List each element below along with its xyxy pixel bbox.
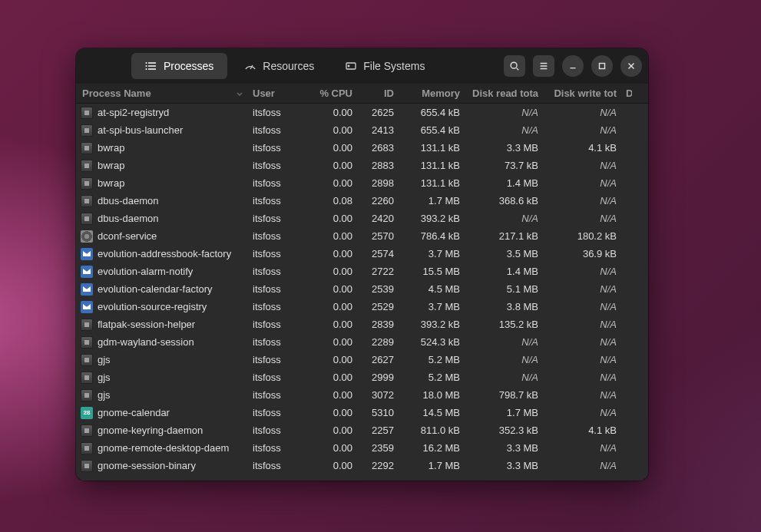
search-button[interactable] [504, 55, 525, 77]
user-cell: itsfoss [248, 336, 303, 348]
table-row[interactable]: gnome-session-binaryitsfoss0.0022921.7 M… [76, 457, 648, 474]
table-row[interactable]: gjsitsfoss0.0029995.2 MBN/AN/A [76, 368, 648, 386]
system-monitor-window: Processes Resources File Systems [76, 48, 648, 481]
cpu-cell: 0.00 [303, 389, 357, 401]
memory-cell: 655.4 kB [399, 107, 465, 118]
id-cell: 2529 [357, 301, 399, 312]
disk-read-cell: 5.1 MB [465, 283, 543, 295]
user-cell: itsfoss [248, 107, 303, 118]
table-row[interactable]: gjsitsfoss0.0026275.2 MBN/AN/A [76, 351, 648, 368]
disk-read-cell: 73.7 kB [465, 160, 543, 171]
menu-button[interactable] [533, 55, 554, 77]
table-row[interactable]: gnome-remote-desktop-daemitsfoss0.002359… [76, 439, 648, 457]
minimize-button[interactable] [562, 55, 584, 77]
table-row[interactable]: dbus-daemonitsfoss0.002420393.2 kBN/AN/A [76, 210, 648, 227]
cpu-cell: 0.00 [303, 425, 357, 436]
table-row[interactable]: bwrapitsfoss0.002898131.1 kB1.4 MBN/A [76, 174, 648, 192]
process-name-cell: at-spi2-registryd [78, 107, 248, 119]
cpu-cell: 0.00 [303, 160, 357, 171]
disk-write-cell: N/A [543, 266, 621, 277]
cpu-cell: 0.08 [303, 195, 357, 207]
svg-point-5 [146, 68, 147, 70]
user-cell: itsfoss [248, 230, 303, 242]
table-row[interactable]: at-spi2-registryditsfoss0.002625655.4 kB… [76, 104, 648, 121]
cpu-cell: 0.00 [303, 213, 357, 224]
id-cell: 2420 [357, 213, 399, 224]
table-row[interactable]: dbus-daemonitsfoss0.0822601.7 MB368.6 kB… [76, 192, 648, 210]
disk-read-cell: 3.3 MB [465, 142, 543, 154]
col-cpu[interactable]: % CPU [303, 88, 357, 99]
table-row[interactable]: evolution-alarm-notifyitsfoss0.00272215.… [76, 263, 648, 280]
generic-icon [81, 372, 93, 384]
id-cell: 5310 [357, 407, 399, 418]
tab-filesystems[interactable]: File Systems [331, 53, 438, 79]
user-cell: itsfoss [248, 389, 303, 401]
user-cell: itsfoss [248, 248, 303, 259]
process-name-cell: evolution-alarm-notify [78, 266, 248, 278]
col-memory[interactable]: Memory [399, 88, 465, 99]
table-row[interactable]: bwrapitsfoss0.002683131.1 kB3.3 MB4.1 kB [76, 139, 648, 157]
tab-resources[interactable]: Resources [230, 53, 328, 79]
cpu-cell: 0.00 [303, 283, 357, 295]
user-cell: itsfoss [248, 213, 303, 224]
memory-cell: 4.5 MB [399, 283, 465, 295]
table-row[interactable]: evolution-source-registryitsfoss0.002529… [76, 298, 648, 316]
process-name-cell: gjs [78, 372, 248, 384]
table-row[interactable]: gdm-wayland-sessionitsfoss0.002289524.3 … [76, 333, 648, 351]
process-name-cell: dbus-daemon [78, 195, 248, 207]
mail-icon [81, 301, 93, 313]
column-headers: Process Name User % CPU ID Memory Disk r… [76, 84, 648, 104]
table-row[interactable]: gnome-keyring-daemonitsfoss0.002257811.0… [76, 421, 648, 439]
col-disk-read[interactable]: Disk read tota [465, 88, 543, 99]
generic-icon [81, 177, 93, 190]
table-row[interactable]: evolution-addressbook-factoryitsfoss0.00… [76, 245, 648, 263]
disk-write-cell: N/A [543, 336, 621, 348]
table-row[interactable]: gjsitsfoss0.00307218.0 MB798.7 kBN/A [76, 386, 648, 404]
mail-icon [81, 248, 93, 260]
disk-read-cell: N/A [465, 372, 543, 383]
id-cell: 2627 [357, 354, 399, 365]
process-name-cell: dconf-service [78, 230, 248, 243]
id-cell: 2289 [357, 336, 399, 348]
memory-cell: 524.3 kB [399, 336, 465, 348]
process-list[interactable]: at-spi2-registryditsfoss0.002625655.4 kB… [76, 104, 648, 481]
svg-rect-15 [600, 64, 605, 69]
table-row[interactable]: dconf-serviceitsfoss0.002570786.4 kB217.… [76, 227, 648, 245]
table-row[interactable]: bwrapitsfoss0.002883131.1 kB73.7 kBN/A [76, 157, 648, 174]
generic-icon [81, 460, 93, 472]
disk-read-cell: 1.4 MB [465, 266, 543, 277]
cpu-cell: 0.00 [303, 248, 357, 259]
disk-write-cell: N/A [543, 301, 621, 312]
process-name-cell: gnome-session-binary [78, 460, 248, 472]
mail-icon [81, 283, 93, 296]
id-cell: 2359 [357, 442, 399, 454]
table-row[interactable]: evolution-calendar-factoryitsfoss0.00253… [76, 280, 648, 298]
disk-write-cell: 4.1 kB [543, 425, 621, 436]
tab-processes[interactable]: Processes [131, 53, 227, 79]
process-name-cell: evolution-source-registry [78, 301, 248, 313]
close-button[interactable] [620, 55, 642, 77]
maximize-button[interactable] [591, 55, 613, 77]
col-user[interactable]: User [248, 88, 303, 99]
user-cell: itsfoss [248, 460, 303, 471]
cal-icon: 28 [81, 407, 93, 419]
memory-cell: 16.2 MB [399, 442, 465, 454]
table-row[interactable]: flatpak-session-helperitsfoss0.002839393… [76, 316, 648, 333]
id-cell: 2722 [357, 266, 399, 277]
memory-cell: 5.2 MB [399, 372, 465, 383]
table-row[interactable]: at-spi-bus-launcheritsfoss0.002413655.4 … [76, 121, 648, 139]
minimize-icon [567, 61, 578, 71]
memory-cell: 131.1 kB [399, 177, 465, 189]
disk-write-cell: N/A [543, 160, 621, 171]
user-cell: itsfoss [248, 354, 303, 365]
col-process-name[interactable]: Process Name [78, 88, 248, 99]
table-row[interactable]: 28gnome-calendaritsfoss0.00531014.5 MB1.… [76, 404, 648, 421]
col-overflow[interactable]: D [621, 88, 632, 99]
process-name: bwrap [98, 142, 124, 154]
col-id[interactable]: ID [357, 88, 399, 99]
col-disk-write[interactable]: Disk write tot [543, 88, 621, 99]
id-cell: 2257 [357, 425, 399, 436]
process-name: flatpak-session-helper [98, 319, 195, 330]
cpu-cell: 0.00 [303, 372, 357, 383]
generic-icon [81, 425, 93, 437]
